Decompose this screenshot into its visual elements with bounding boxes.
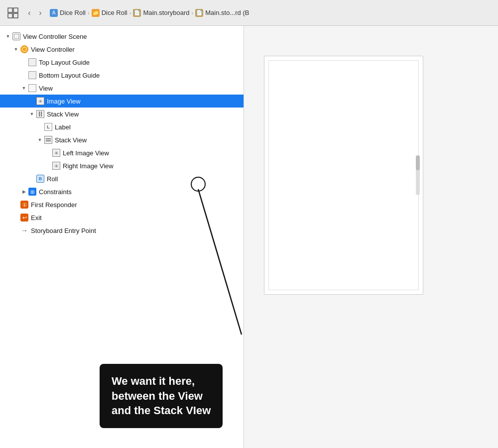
label-label: Label	[55, 123, 71, 131]
tree-item-stack-view-2[interactable]: Stack View	[0, 133, 244, 146]
nav-arrows: ‹ ›	[25, 8, 45, 17]
tree-item-vc[interactable]: View Controller	[0, 43, 244, 56]
pointer-circle	[191, 177, 206, 192]
main-container: View Controller Scene View Controller To…	[0, 26, 498, 448]
stack-view-1-label: Stack View	[47, 111, 79, 118]
storyboard-icon-1: 📄	[133, 9, 141, 17]
app-icon: A	[50, 9, 58, 17]
annotation-overlay: We want it here,between the Viewand the …	[100, 364, 244, 428]
tree-item-label[interactable]: L Label	[0, 120, 244, 133]
vc-scene-label: View Controller Scene	[23, 33, 87, 40]
disclosure-vc[interactable]	[12, 45, 20, 53]
right-image-view-label: Right Image View	[63, 162, 114, 170]
constraints-icon	[28, 187, 37, 196]
tree-item-right-image-view[interactable]: Right Image View	[0, 159, 244, 172]
stack-view-v-icon	[44, 135, 53, 144]
left-image-view-icon	[52, 148, 61, 157]
top-guide-icon	[28, 58, 37, 67]
tree-item-entry-point[interactable]: → Storyboard Entry Point	[0, 224, 244, 237]
exit-icon	[20, 213, 29, 222]
tree-item-bottom-guide[interactable]: Bottom Layout Guide	[0, 69, 244, 82]
document-outline-tree: View Controller Scene View Controller To…	[0, 26, 244, 241]
tree-item-vc-scene[interactable]: View Controller Scene	[0, 30, 244, 43]
tree-item-roll[interactable]: B Roll	[0, 172, 244, 185]
tree-item-constraints[interactable]: Constraints	[0, 185, 244, 198]
scene-icon	[12, 32, 21, 41]
disclosure-view[interactable]	[20, 84, 28, 92]
breadcrumb-item-4[interactable]: 📄 Main.sto...rd (B	[195, 9, 249, 17]
vc-label: View Controller	[31, 46, 75, 53]
right-image-view-icon	[52, 161, 61, 170]
exit-label: Exit	[31, 214, 42, 222]
entry-label: Storyboard Entry Point	[31, 227, 96, 234]
device-inner	[268, 60, 419, 290]
first-responder-icon	[20, 200, 29, 209]
tree-item-stack-view-1[interactable]: Stack View	[0, 108, 244, 120]
scrollbar-track[interactable]	[416, 155, 420, 195]
grid-icon[interactable]	[6, 6, 20, 20]
constraints-label: Constraints	[39, 188, 72, 196]
tree-item-left-image-view[interactable]: Left Image View	[0, 146, 244, 159]
disclosure-stack-1[interactable]	[28, 110, 36, 118]
entry-icon: →	[20, 226, 29, 235]
breadcrumb-item-1[interactable]: A Dice Roll	[50, 9, 86, 17]
storyboard-icon-2: 📄	[195, 9, 203, 17]
svg-rect-1	[13, 8, 18, 12]
breadcrumb-label-3: Main.storyboard	[143, 9, 189, 16]
disclosure-vc-scene[interactable]	[4, 32, 12, 40]
first-responder-label: First Responder	[31, 201, 77, 209]
svg-rect-3	[13, 13, 18, 18]
tree-item-view[interactable]: View	[0, 82, 244, 95]
forward-button[interactable]: ›	[36, 8, 45, 17]
vc-icon	[20, 45, 29, 54]
annotation-text: We want it here,between the Viewand the …	[112, 375, 211, 417]
disclosure-stack-2[interactable]	[36, 136, 44, 144]
tree-item-first-responder[interactable]: First Responder	[0, 198, 244, 211]
bottom-guide-icon	[28, 71, 37, 80]
breadcrumb: A Dice Roll › 📁 Dice Roll › 📄 Main.story…	[50, 9, 249, 17]
top-guide-label: Top Layout Guide	[39, 59, 90, 66]
svg-rect-2	[8, 13, 12, 18]
bottom-guide-label: Bottom Layout Guide	[39, 72, 100, 79]
canvas-panel	[244, 26, 498, 448]
disclosure-constraints[interactable]	[20, 188, 28, 196]
scrollbar-thumb[interactable]	[416, 155, 420, 170]
image-view-label: Image View	[47, 98, 81, 105]
breadcrumb-label-4: Main.sto...rd (B	[205, 9, 249, 16]
breadcrumb-item-2[interactable]: 📁 Dice Roll	[92, 9, 127, 17]
annotation-box: We want it here,between the Viewand the …	[100, 364, 223, 428]
breadcrumb-item-3[interactable]: 📄 Main.storyboard	[133, 9, 189, 17]
button-icon: B	[36, 174, 45, 183]
tree-item-top-guide[interactable]: Top Layout Guide	[0, 56, 244, 69]
folder-icon: 📁	[92, 9, 100, 17]
tree-item-image-view[interactable]: Image View	[0, 95, 244, 108]
image-view-icon	[36, 97, 45, 106]
breadcrumb-sep-2: ›	[129, 10, 131, 16]
title-bar: ‹ › A Dice Roll › 📁 Dice Roll › 📄 Main.s…	[0, 0, 498, 26]
stack-view-2-label: Stack View	[55, 136, 87, 144]
breadcrumb-sep-1: ›	[88, 10, 90, 16]
stack-view-h-icon	[36, 110, 45, 118]
view-label: View	[39, 85, 53, 92]
device-frame	[264, 56, 423, 295]
breadcrumb-label-1: Dice Roll	[60, 9, 86, 16]
back-button[interactable]: ‹	[25, 8, 34, 17]
breadcrumb-sep-3: ›	[192, 10, 194, 16]
svg-rect-0	[8, 8, 12, 12]
roll-label: Roll	[47, 175, 58, 183]
view-icon	[28, 84, 37, 93]
label-icon: L	[44, 122, 53, 131]
breadcrumb-label-2: Dice Roll	[102, 9, 127, 16]
left-image-view-label: Left Image View	[63, 149, 109, 157]
outline-panel: View Controller Scene View Controller To…	[0, 26, 244, 448]
tree-item-exit[interactable]: Exit	[0, 211, 244, 224]
